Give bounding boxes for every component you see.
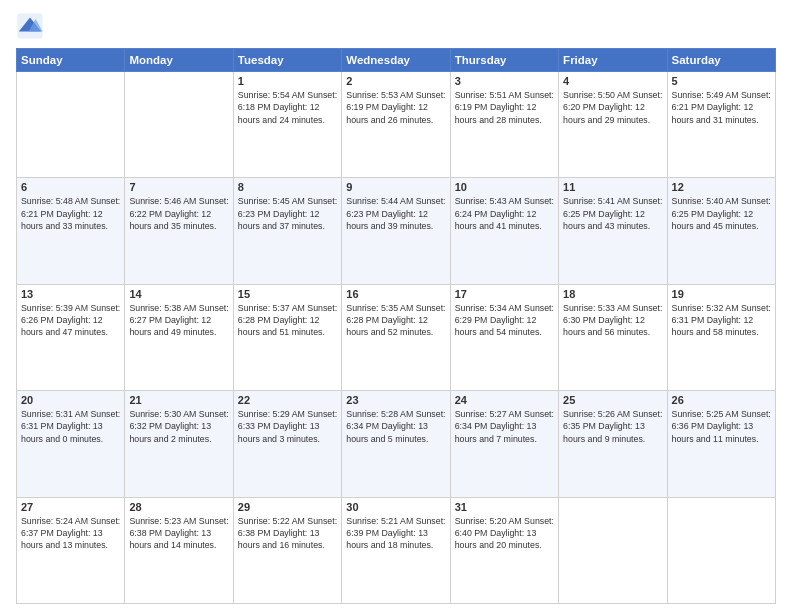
day-number: 8 <box>238 181 337 193</box>
day-number: 20 <box>21 394 120 406</box>
day-number: 1 <box>238 75 337 87</box>
day-number: 17 <box>455 288 554 300</box>
day-header-friday: Friday <box>559 49 667 72</box>
calendar-cell: 2Sunrise: 5:53 AM Sunset: 6:19 PM Daylig… <box>342 72 450 178</box>
day-number: 15 <box>238 288 337 300</box>
calendar-cell: 23Sunrise: 5:28 AM Sunset: 6:34 PM Dayli… <box>342 391 450 497</box>
day-number: 31 <box>455 501 554 513</box>
day-info: Sunrise: 5:46 AM Sunset: 6:22 PM Dayligh… <box>129 195 228 232</box>
day-header-saturday: Saturday <box>667 49 775 72</box>
day-number: 9 <box>346 181 445 193</box>
day-info: Sunrise: 5:34 AM Sunset: 6:29 PM Dayligh… <box>455 302 554 339</box>
calendar-cell: 25Sunrise: 5:26 AM Sunset: 6:35 PM Dayli… <box>559 391 667 497</box>
day-info: Sunrise: 5:43 AM Sunset: 6:24 PM Dayligh… <box>455 195 554 232</box>
week-row-4: 27Sunrise: 5:24 AM Sunset: 6:37 PM Dayli… <box>17 497 776 603</box>
calendar-cell: 26Sunrise: 5:25 AM Sunset: 6:36 PM Dayli… <box>667 391 775 497</box>
day-info: Sunrise: 5:50 AM Sunset: 6:20 PM Dayligh… <box>563 89 662 126</box>
calendar-cell: 18Sunrise: 5:33 AM Sunset: 6:30 PM Dayli… <box>559 284 667 390</box>
day-header-thursday: Thursday <box>450 49 558 72</box>
day-number: 12 <box>672 181 771 193</box>
day-number: 18 <box>563 288 662 300</box>
day-number: 10 <box>455 181 554 193</box>
day-info: Sunrise: 5:53 AM Sunset: 6:19 PM Dayligh… <box>346 89 445 126</box>
calendar-cell: 6Sunrise: 5:48 AM Sunset: 6:21 PM Daylig… <box>17 178 125 284</box>
day-info: Sunrise: 5:26 AM Sunset: 6:35 PM Dayligh… <box>563 408 662 445</box>
calendar-cell: 27Sunrise: 5:24 AM Sunset: 6:37 PM Dayli… <box>17 497 125 603</box>
day-info: Sunrise: 5:51 AM Sunset: 6:19 PM Dayligh… <box>455 89 554 126</box>
calendar-cell: 8Sunrise: 5:45 AM Sunset: 6:23 PM Daylig… <box>233 178 341 284</box>
day-info: Sunrise: 5:44 AM Sunset: 6:23 PM Dayligh… <box>346 195 445 232</box>
calendar-cell <box>17 72 125 178</box>
header <box>16 12 776 40</box>
day-info: Sunrise: 5:20 AM Sunset: 6:40 PM Dayligh… <box>455 515 554 552</box>
day-number: 25 <box>563 394 662 406</box>
day-info: Sunrise: 5:41 AM Sunset: 6:25 PM Dayligh… <box>563 195 662 232</box>
calendar-cell: 3Sunrise: 5:51 AM Sunset: 6:19 PM Daylig… <box>450 72 558 178</box>
day-number: 29 <box>238 501 337 513</box>
week-row-2: 13Sunrise: 5:39 AM Sunset: 6:26 PM Dayli… <box>17 284 776 390</box>
day-number: 22 <box>238 394 337 406</box>
day-info: Sunrise: 5:27 AM Sunset: 6:34 PM Dayligh… <box>455 408 554 445</box>
calendar-cell: 28Sunrise: 5:23 AM Sunset: 6:38 PM Dayli… <box>125 497 233 603</box>
calendar-cell: 19Sunrise: 5:32 AM Sunset: 6:31 PM Dayli… <box>667 284 775 390</box>
calendar-cell: 17Sunrise: 5:34 AM Sunset: 6:29 PM Dayli… <box>450 284 558 390</box>
calendar-cell: 13Sunrise: 5:39 AM Sunset: 6:26 PM Dayli… <box>17 284 125 390</box>
calendar-cell: 10Sunrise: 5:43 AM Sunset: 6:24 PM Dayli… <box>450 178 558 284</box>
day-info: Sunrise: 5:32 AM Sunset: 6:31 PM Dayligh… <box>672 302 771 339</box>
calendar-cell: 16Sunrise: 5:35 AM Sunset: 6:28 PM Dayli… <box>342 284 450 390</box>
day-number: 27 <box>21 501 120 513</box>
day-number: 11 <box>563 181 662 193</box>
day-info: Sunrise: 5:28 AM Sunset: 6:34 PM Dayligh… <box>346 408 445 445</box>
day-info: Sunrise: 5:21 AM Sunset: 6:39 PM Dayligh… <box>346 515 445 552</box>
day-header-tuesday: Tuesday <box>233 49 341 72</box>
calendar-cell: 7Sunrise: 5:46 AM Sunset: 6:22 PM Daylig… <box>125 178 233 284</box>
week-row-3: 20Sunrise: 5:31 AM Sunset: 6:31 PM Dayli… <box>17 391 776 497</box>
day-info: Sunrise: 5:54 AM Sunset: 6:18 PM Dayligh… <box>238 89 337 126</box>
day-number: 2 <box>346 75 445 87</box>
calendar-cell: 31Sunrise: 5:20 AM Sunset: 6:40 PM Dayli… <box>450 497 558 603</box>
day-number: 5 <box>672 75 771 87</box>
day-info: Sunrise: 5:22 AM Sunset: 6:38 PM Dayligh… <box>238 515 337 552</box>
day-info: Sunrise: 5:31 AM Sunset: 6:31 PM Dayligh… <box>21 408 120 445</box>
day-info: Sunrise: 5:33 AM Sunset: 6:30 PM Dayligh… <box>563 302 662 339</box>
calendar-cell: 9Sunrise: 5:44 AM Sunset: 6:23 PM Daylig… <box>342 178 450 284</box>
day-number: 21 <box>129 394 228 406</box>
day-number: 28 <box>129 501 228 513</box>
day-number: 6 <box>21 181 120 193</box>
day-number: 14 <box>129 288 228 300</box>
calendar-cell: 24Sunrise: 5:27 AM Sunset: 6:34 PM Dayli… <box>450 391 558 497</box>
day-info: Sunrise: 5:48 AM Sunset: 6:21 PM Dayligh… <box>21 195 120 232</box>
day-header-monday: Monday <box>125 49 233 72</box>
calendar-cell: 12Sunrise: 5:40 AM Sunset: 6:25 PM Dayli… <box>667 178 775 284</box>
day-info: Sunrise: 5:39 AM Sunset: 6:26 PM Dayligh… <box>21 302 120 339</box>
day-header-wednesday: Wednesday <box>342 49 450 72</box>
calendar-table: SundayMondayTuesdayWednesdayThursdayFrid… <box>16 48 776 604</box>
day-info: Sunrise: 5:30 AM Sunset: 6:32 PM Dayligh… <box>129 408 228 445</box>
calendar-cell <box>559 497 667 603</box>
day-info: Sunrise: 5:23 AM Sunset: 6:38 PM Dayligh… <box>129 515 228 552</box>
day-number: 23 <box>346 394 445 406</box>
page: SundayMondayTuesdayWednesdayThursdayFrid… <box>0 0 792 612</box>
day-number: 26 <box>672 394 771 406</box>
day-number: 4 <box>563 75 662 87</box>
day-info: Sunrise: 5:40 AM Sunset: 6:25 PM Dayligh… <box>672 195 771 232</box>
day-number: 7 <box>129 181 228 193</box>
day-header-sunday: Sunday <box>17 49 125 72</box>
logo-icon <box>16 12 44 40</box>
day-number: 30 <box>346 501 445 513</box>
day-number: 16 <box>346 288 445 300</box>
day-info: Sunrise: 5:35 AM Sunset: 6:28 PM Dayligh… <box>346 302 445 339</box>
calendar-cell: 21Sunrise: 5:30 AM Sunset: 6:32 PM Dayli… <box>125 391 233 497</box>
day-info: Sunrise: 5:45 AM Sunset: 6:23 PM Dayligh… <box>238 195 337 232</box>
day-info: Sunrise: 5:24 AM Sunset: 6:37 PM Dayligh… <box>21 515 120 552</box>
day-number: 24 <box>455 394 554 406</box>
calendar-cell: 14Sunrise: 5:38 AM Sunset: 6:27 PM Dayli… <box>125 284 233 390</box>
day-info: Sunrise: 5:49 AM Sunset: 6:21 PM Dayligh… <box>672 89 771 126</box>
day-info: Sunrise: 5:38 AM Sunset: 6:27 PM Dayligh… <box>129 302 228 339</box>
calendar-cell: 30Sunrise: 5:21 AM Sunset: 6:39 PM Dayli… <box>342 497 450 603</box>
header-row: SundayMondayTuesdayWednesdayThursdayFrid… <box>17 49 776 72</box>
calendar-cell: 5Sunrise: 5:49 AM Sunset: 6:21 PM Daylig… <box>667 72 775 178</box>
logo <box>16 12 48 40</box>
day-number: 19 <box>672 288 771 300</box>
day-info: Sunrise: 5:37 AM Sunset: 6:28 PM Dayligh… <box>238 302 337 339</box>
